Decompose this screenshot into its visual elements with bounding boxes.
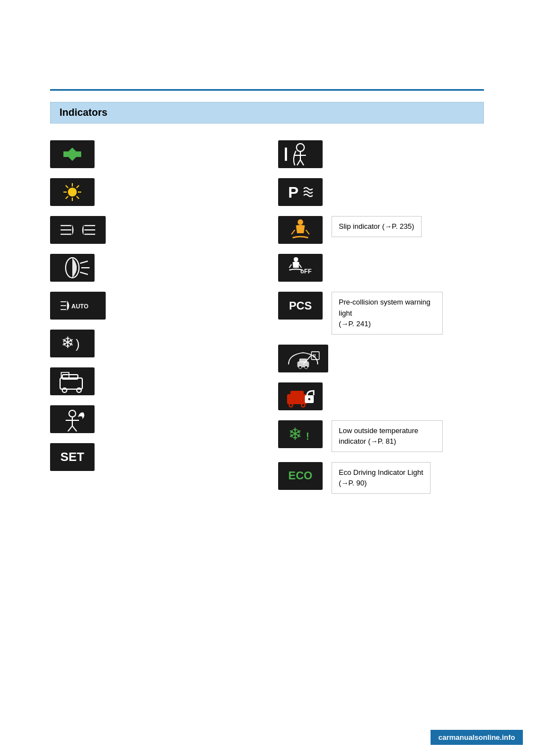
list-item: II II [278, 345, 484, 372]
svg-line-20 [80, 272, 88, 274]
list-item: Slip indicator (→P. 235) [278, 216, 484, 244]
svg-text:oFF: oFF [300, 268, 312, 274]
svg-line-18 [80, 261, 88, 263]
list-item [50, 367, 256, 395]
list-item: ❄ ! Low outside temperature indicator (→… [278, 420, 484, 452]
left-column: AUTO ❄ ) [50, 140, 256, 494]
pcs-callout-text: Pre-collision system warning light (→P. … [339, 298, 431, 328]
list-item [278, 382, 484, 410]
headlight-on-icon [50, 254, 95, 282]
slip-indicator-icon [278, 216, 323, 244]
pcs-callout: Pre-collision system warning light (→P. … [332, 292, 443, 335]
list-item: ECO Eco Driving Indicator Light (→P. 90) [278, 462, 484, 494]
svg-line-39 [297, 160, 300, 165]
svg-point-31 [69, 410, 76, 417]
auto-light-icon: AUTO [50, 292, 106, 320]
list-item: ❄ ) [50, 330, 256, 357]
slip-callout: Slip indicator (→P. 235) [332, 216, 422, 237]
watermark: carmanualsonline.info [431, 730, 523, 745]
section-header: Indicators [50, 102, 484, 124]
svg-point-53 [299, 366, 301, 369]
svg-rect-58 [287, 394, 307, 404]
eco-callout: Eco Driving Indicator Light (→P. 90) [332, 462, 431, 494]
svg-point-63 [308, 398, 310, 400]
svg-text:P: P [288, 184, 299, 201]
door-open-icon [50, 367, 95, 395]
eco-callout-text: Eco Driving Indicator Light (→P. 90) [339, 468, 423, 488]
svg-text:AUTO: AUTO [71, 303, 88, 310]
low-temp-callout: Low outside temperature indicator (→P. 8… [332, 420, 443, 452]
svg-rect-41 [285, 148, 287, 161]
list-item: PCS Pre-collision system warning light (… [278, 292, 484, 335]
snowflake-temp-icon: ❄ ! [278, 420, 323, 448]
engine-check-icon [50, 405, 95, 433]
indicators-grid: AUTO ❄ ) [50, 140, 484, 494]
section-divider [50, 89, 484, 91]
list-item [50, 140, 256, 168]
list-item [50, 216, 256, 244]
high-beam-icon [50, 216, 106, 244]
svg-point-61 [301, 404, 305, 407]
svg-point-46 [294, 257, 298, 262]
svg-point-54 [305, 366, 308, 369]
svg-point-2 [68, 188, 77, 197]
adaptive-cruise-icon: II II [278, 345, 328, 372]
content-area: Indicators [50, 102, 484, 494]
set-label: SET [61, 450, 85, 464]
list-item [278, 140, 484, 168]
svg-point-60 [289, 404, 293, 407]
svg-line-45 [306, 230, 309, 234]
section-title: Indicators [60, 107, 107, 118]
list-item [50, 254, 256, 282]
slip-callout-text: Slip indicator (→P. 235) [339, 222, 414, 230]
eco-icon: ECO [278, 462, 323, 490]
list-item: AUTO [50, 292, 256, 320]
svg-point-43 [298, 219, 303, 225]
low-temp-text: Low outside temperature indicator (→P. 8… [339, 426, 418, 446]
pcs-icon: PCS [278, 292, 323, 320]
turn-signals-icon [50, 140, 95, 168]
svg-text:!: ! [306, 431, 309, 442]
svg-line-10 [66, 197, 68, 199]
list-item: SET [50, 443, 256, 471]
list-item: P [278, 178, 484, 206]
list-item [50, 405, 256, 433]
svg-line-34 [68, 426, 72, 431]
eco-label: ECO [288, 469, 312, 482]
svg-text:II: II [313, 353, 316, 359]
svg-line-7 [66, 185, 68, 188]
locked-car-icon [278, 382, 323, 410]
cold-engine-icon: ❄ ) [50, 330, 95, 357]
list-item [50, 178, 256, 206]
right-column: P [278, 140, 484, 494]
seatbelt-icon [278, 140, 323, 168]
svg-line-8 [77, 197, 80, 199]
list-item: oFF [278, 254, 484, 282]
svg-rect-59 [290, 391, 304, 395]
svg-line-9 [77, 185, 80, 188]
svg-point-36 [296, 144, 304, 151]
svg-line-35 [72, 426, 77, 431]
svg-text:❄: ❄ [61, 334, 74, 351]
svg-text:): ) [76, 337, 80, 351]
headlight-sun-icon [50, 178, 95, 206]
parking-icon: P [278, 178, 323, 206]
svg-line-44 [291, 230, 295, 234]
slip-off-icon: oFF [278, 254, 323, 282]
pcs-label: PCS [289, 300, 312, 312]
svg-line-40 [300, 160, 304, 165]
svg-rect-52 [299, 359, 307, 362]
svg-line-47 [289, 264, 291, 268]
svg-text:❄: ❄ [288, 425, 302, 443]
set-icon: SET [50, 443, 95, 471]
